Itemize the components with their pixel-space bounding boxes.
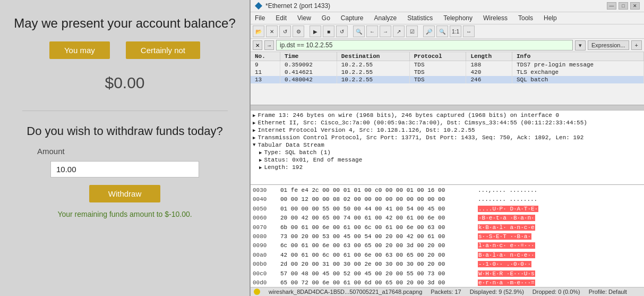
menu-go[interactable]: Go [320, 13, 332, 23]
toolbar-back-btn[interactable]: ← [366, 26, 378, 37]
toolbar-mark-btn[interactable]: ☑ [406, 26, 418, 37]
status-displayed: Displayed: 9 (52.9%) [470, 289, 524, 295]
toolbar-open-btn[interactable]: 📂 [253, 26, 264, 37]
detail-row[interactable]: ▶ Internet Protocol Version 4, Src: 10.1… [253, 126, 642, 134]
menu-edit[interactable]: Edit [273, 13, 289, 23]
question1: May we present your account balance? [14, 16, 236, 31]
menu-capture[interactable]: Capture [339, 13, 366, 23]
close-button[interactable]: ✕ [630, 2, 640, 10]
hex-dump-pane[interactable]: 003001 fe e4 2c 00 00 01 01 00 c0 00 00 … [251, 185, 644, 287]
filter-clear-button[interactable]: ✕ [253, 40, 262, 50]
wireshark-icon [255, 2, 262, 10]
toolbar-reload-btn[interactable]: ↺ [279, 26, 291, 37]
packet-details-pane[interactable]: ▶ Frame 13: 246 bytes on wire (1968 bits… [251, 111, 644, 185]
detail-row[interactable]: ▶ Status: 0x01, End of message [259, 156, 642, 164]
col-time: Time [280, 52, 337, 61]
hex-row[interactable]: 005001 00 00 00 55 00 50 00 44 00 41 00 … [253, 205, 642, 214]
table-row[interactable]: 130.48004210.2.2.55TDS246SQL batch [251, 76, 644, 83]
hex-row[interactable]: 006020 00 42 00 65 00 74 00 61 00 42 00 … [253, 214, 642, 223]
wireshark-window: *Ethernet 2 (port 1433) — □ ✕ File Edit … [250, 0, 644, 296]
status-file: wireshark_8DAD4DCA-1B5D...507005221_a176… [269, 289, 422, 295]
menu-file[interactable]: File [253, 13, 267, 23]
col-len: Length [466, 52, 512, 61]
toolbar-restart-btn[interactable]: ↺ [336, 26, 348, 37]
col-proto: Protocol [409, 52, 466, 61]
wireshark-statusbar: wireshark_8DAD4DCA-1B5D...507005221_a176… [251, 287, 644, 296]
toolbar-close-btn[interactable]: ✕ [266, 26, 278, 37]
hex-row[interactable]: 004000 00 12 00 00 08 02 00 00 00 00 00 … [253, 195, 642, 204]
col-dst: Destination [337, 52, 409, 61]
menu-wireless[interactable]: Wireless [481, 13, 510, 23]
toolbar-zoom-out-btn[interactable]: 🔍 [436, 26, 448, 37]
packet-table-body: 90.35909210.2.2.55TDS188TDS7 pre-login m… [251, 61, 644, 84]
amount-label: Amount [37, 147, 65, 156]
you-may-button[interactable]: You may [49, 41, 110, 59]
status-indicator [254, 289, 260, 295]
toolbar-zoom-fit-btn[interactable]: ↔ [463, 26, 475, 37]
hex-row[interactable]: 00d065 00 72 00 6e 00 61 00 6d 00 65 00 … [253, 278, 642, 287]
amount-input[interactable] [50, 161, 199, 177]
minimize-button[interactable]: — [607, 2, 616, 10]
wireshark-toolbar: 📂 ✕ ↺ ⚙ ▶ ■ ↺ 🔍 ← → ↗ ☑ 🔎 🔍 1:1 ↔ [251, 24, 644, 39]
table-row[interactable]: 110.41462110.2.2.55TDS420TLS exchange [251, 69, 644, 76]
toolbar-stop-btn[interactable]: ■ [323, 26, 334, 37]
menu-analyze[interactable]: Analyze [372, 13, 399, 23]
toolbar-options-btn[interactable]: ⚙ [293, 26, 304, 37]
menu-help[interactable]: Help [542, 13, 559, 23]
hex-row[interactable]: 00906c 00 61 00 6e 00 63 00 65 00 20 00 … [253, 241, 642, 250]
detail-row[interactable]: ▶ Ethernet II, Src: Cisco_3c:7a:00 (00:0… [253, 119, 642, 126]
hex-row[interactable]: 003001 fe e4 2c 00 00 01 01 00 c0 00 00 … [253, 186, 642, 195]
table-row[interactable]: 90.35909210.2.2.55TDS188TDS7 pre-login m… [251, 61, 644, 69]
toolbar-filter-btn[interactable]: 🔍 [353, 26, 365, 37]
certainly-not-button[interactable]: Certainly not [126, 41, 200, 59]
detail-row[interactable]: ▶ Type: SQL batch (1) [259, 149, 642, 156]
packet-table-header: No. Time Destination Protocol Length Inf… [251, 52, 644, 61]
menu-tools[interactable]: Tools [516, 13, 535, 23]
maximize-button[interactable]: □ [619, 2, 628, 10]
menu-view[interactable]: View [295, 13, 313, 23]
detail-row[interactable]: ▶ Length: 192 [259, 164, 642, 171]
menu-telephony[interactable]: Telephony [441, 13, 475, 23]
col-no: No. [251, 52, 280, 61]
toolbar-zoom-in-btn[interactable]: 🔎 [423, 26, 435, 37]
expression-button[interactable]: Expression... [588, 40, 629, 50]
withdraw-question: Do you wish to withdraw funds today? [27, 124, 222, 138]
packet-table: No. Time Destination Protocol Length Inf… [251, 52, 644, 83]
toolbar-zoom-reset-btn[interactable]: 1:1 [450, 26, 461, 37]
filter-bar: ✕ → ▾ Expression... + [251, 39, 644, 52]
left-panel: May we present your account balance? You… [0, 0, 250, 296]
hex-row[interactable]: 00a042 00 61 00 6c 00 61 00 6e 00 63 00 … [253, 251, 642, 260]
col-info: Info [512, 52, 643, 61]
menu-statistics[interactable]: Statistics [405, 13, 435, 23]
status-dropped: Dropped: 0 (0.0%) [533, 289, 580, 295]
btn-row: You may Certainly not [49, 41, 200, 59]
filter-arrow-button[interactable]: → [264, 40, 274, 50]
titlebar-left: *Ethernet 2 (port 1433) [255, 2, 330, 10]
status-profile: Profile: Default [589, 289, 627, 295]
filter-input[interactable] [276, 40, 573, 50]
balance-display: $0.00 [105, 74, 144, 92]
filter-dropdown-button[interactable]: ▾ [575, 40, 586, 50]
remaining-funds-text: Your remaining funds amount to $-10.00. [57, 210, 192, 218]
hex-row[interactable]: 00c057 00 48 00 45 00 52 00 45 00 20 00 … [253, 269, 642, 278]
status-packets: Packets: 17 [431, 289, 461, 295]
hex-row[interactable]: 008073 00 20 00 53 00 45 00 54 00 20 00 … [253, 232, 642, 241]
filter-add-button[interactable]: + [631, 40, 642, 50]
detail-row[interactable]: ▶ Transmission Control Protocol, Src Por… [253, 134, 642, 141]
wireshark-title: *Ethernet 2 (port 1433) [265, 2, 330, 10]
detail-row[interactable]: ▶ Frame 13: 246 bytes on wire (1968 bits… [253, 112, 642, 119]
wireshark-titlebar: *Ethernet 2 (port 1433) — □ ✕ [251, 0, 644, 12]
window-controls: — □ ✕ [607, 2, 640, 10]
hex-row[interactable]: 00b02d 00 20 00 31 00 30 00 2e 00 30 00 … [253, 260, 642, 269]
horizontal-scrollbar[interactable] [251, 105, 644, 111]
hex-row[interactable]: 00706b 00 61 00 6e 00 61 00 6c 00 61 00 … [253, 223, 642, 232]
withdraw-button[interactable]: Withdraw [89, 185, 161, 202]
toolbar-goto-btn[interactable]: ↗ [393, 26, 405, 37]
detail-row[interactable]: ▼ Tabular Data Stream [253, 141, 642, 149]
divider [22, 111, 228, 111]
toolbar-start-btn[interactable]: ▶ [310, 26, 321, 37]
wireshark-main: No. Time Destination Protocol Length Inf… [251, 52, 644, 296]
packet-list-pane[interactable]: No. Time Destination Protocol Length Inf… [251, 52, 644, 105]
wireshark-menubar: File Edit View Go Capture Analyze Statis… [251, 12, 644, 24]
toolbar-fwd-btn[interactable]: → [380, 26, 391, 37]
